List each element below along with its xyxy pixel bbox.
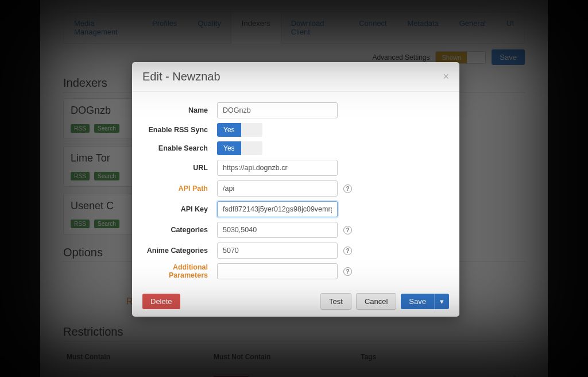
cancel-button[interactable]: Cancel: [356, 293, 396, 310]
additional-parameters-input[interactable]: [217, 263, 338, 279]
test-button[interactable]: Test: [320, 293, 351, 310]
label-search: Enable Search: [142, 144, 217, 152]
close-icon[interactable]: ×: [443, 71, 449, 83]
name-input[interactable]: [217, 102, 338, 118]
delete-button[interactable]: Delete: [142, 294, 180, 309]
label-name: Name: [142, 106, 217, 114]
api-path-input[interactable]: [217, 180, 338, 197]
label-url: URL: [142, 164, 217, 172]
modal-title: Edit - Newznab: [142, 70, 220, 83]
label-api-path: API Path: [142, 184, 217, 193]
toggle-no: No: [241, 141, 262, 155]
help-icon[interactable]: ?: [343, 267, 352, 276]
label-categories: Categories: [142, 226, 217, 234]
categories-input[interactable]: [217, 222, 338, 238]
toggle-no: No: [241, 123, 262, 137]
toggle-yes: Yes: [217, 123, 241, 137]
url-input[interactable]: [217, 160, 338, 176]
label-rss: Enable RSS Sync: [142, 126, 217, 134]
help-icon[interactable]: ?: [343, 184, 352, 193]
label-additional-parameters: Additional Parameters: [142, 263, 217, 279]
toggle-yes: Yes: [217, 141, 241, 155]
save-dropdown-toggle[interactable]: ▾: [434, 294, 449, 309]
api-key-input[interactable]: [217, 201, 338, 217]
anime-categories-input[interactable]: [217, 243, 338, 259]
rss-toggle[interactable]: Yes No: [217, 123, 262, 137]
label-api-key: API Key: [142, 205, 217, 213]
edit-indexer-modal: Edit - Newznab × Name Enable RSS Sync Ye…: [132, 62, 459, 317]
search-toggle[interactable]: Yes No: [217, 141, 262, 155]
label-anime-categories: Anime Categories: [142, 247, 217, 255]
help-icon[interactable]: ?: [343, 247, 352, 255]
help-icon[interactable]: ?: [343, 226, 352, 234]
modal-save-button[interactable]: Save: [401, 294, 434, 309]
